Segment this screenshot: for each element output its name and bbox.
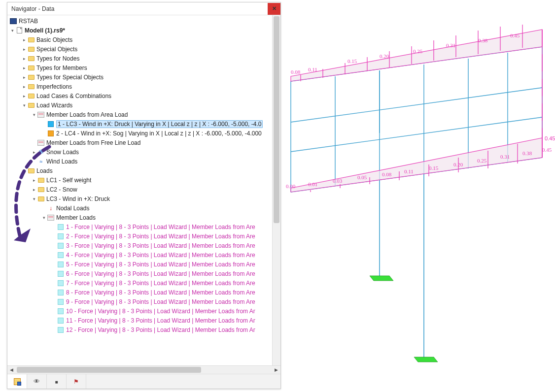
tree-member-load-item[interactable]: 9 - Force | Varying | 8 - 3 Points | Loa… xyxy=(7,297,280,306)
snow-icon: ❄ xyxy=(37,148,45,156)
folder-icon xyxy=(37,186,45,194)
model-svg: 0.08 0.11 0.15 0.20 0.25 0.31 0.38 0.45 … xyxy=(281,0,555,392)
tree-loads[interactable]: ▾ Loads xyxy=(7,166,280,175)
tree-load-wizards[interactable]: ▾ Load Wizards xyxy=(7,100,280,110)
tree-member-load-item[interactable]: 12 - Force | Varying | 8 - 3 Points | Lo… xyxy=(7,325,280,334)
load-label: 0.08 xyxy=(291,69,301,75)
color-swatch-icon xyxy=(57,279,65,287)
tree-member-load-item[interactable]: 6 - Force | Varying | 8 - 3 Points | Loa… xyxy=(7,269,280,278)
load-label: 0.00 xyxy=(286,183,296,189)
tree-app[interactable]: RSTAB xyxy=(7,16,280,26)
tree-area-item-1[interactable]: 1 - LC3 - Wind in +X: Druck | Varying in… xyxy=(7,119,280,129)
twisty-icon[interactable]: ▸ xyxy=(31,149,37,155)
load-label: 0.45 xyxy=(510,33,520,38)
eye-icon xyxy=(34,378,40,385)
color-swatch-icon xyxy=(57,289,65,296)
load-label: 0.11 xyxy=(308,66,317,72)
tree[interactable]: RSTAB ▾ Modell (1).rs9* ▸Basic Objects▸S… xyxy=(7,15,280,365)
folder-icon xyxy=(37,195,45,203)
tree-member-load-item[interactable]: 2 - Force | Varying | 8 - 3 Points | Loa… xyxy=(7,231,280,241)
tree-member-load-item[interactable]: 7 - Force | Varying | 8 - 3 Points | Loa… xyxy=(7,278,280,288)
color-swatch-icon xyxy=(57,270,65,278)
panel-titlebar: Navigator - Data ✕ xyxy=(7,2,280,15)
twisty-icon[interactable]: ▾ xyxy=(21,168,27,174)
tree-member-load-item[interactable]: 5 - Force | Varying | 8 - 3 Points | Loa… xyxy=(7,260,280,269)
twisty-icon[interactable]: ▾ xyxy=(31,112,37,118)
bottom-tab-bar xyxy=(7,374,280,389)
panel-title: Navigator - Data xyxy=(11,5,54,12)
tab-views[interactable] xyxy=(47,374,67,389)
tree-member-load-item[interactable]: 3 - Force | Varying | 8 - 3 Points | Loa… xyxy=(7,241,280,250)
tab-display[interactable] xyxy=(27,374,47,389)
folder-icon xyxy=(37,176,45,184)
twisty-icon[interactable]: ▸ xyxy=(21,37,27,43)
tree-folder[interactable]: ▸Imperfections xyxy=(7,82,280,91)
model-viewport[interactable]: 0.08 0.11 0.15 0.20 0.25 0.31 0.38 0.45 … xyxy=(281,0,555,392)
load-label: 0.38 xyxy=(478,37,488,43)
tree-member-loads[interactable]: ▾ Member Loads xyxy=(7,213,280,222)
horizontal-scrollbar[interactable]: ◀ ▶ xyxy=(7,365,280,374)
load-label: 0.03 xyxy=(333,178,343,184)
twisty-icon[interactable]: ▸ xyxy=(21,93,27,99)
tree-member-load-item[interactable]: 10 - Force | Varying | 8 - 3 Points | Lo… xyxy=(7,306,280,316)
tree-nodal[interactable]: ↓ Nodal Loads xyxy=(7,203,280,213)
navigator-panel: Navigator - Data ✕ RSTAB ▾ Modell (1).rs… xyxy=(7,2,281,389)
twisty-icon[interactable]: ▾ xyxy=(41,215,47,221)
tree-freeline[interactable]: Member Loads from Free Line Load xyxy=(7,138,280,147)
tree-member-load-item[interactable]: 11 - Force | Varying | 8 - 3 Points | Lo… xyxy=(7,316,280,325)
twisty-icon[interactable]: ▸ xyxy=(21,84,27,90)
color-swatch-icon xyxy=(57,242,65,250)
tree-folder[interactable]: ▸Types for Special Objects xyxy=(7,72,280,82)
scroll-left-button[interactable]: ◀ xyxy=(7,366,16,374)
tree-wrap: RSTAB ▾ Modell (1).rs9* ▸Basic Objects▸S… xyxy=(7,15,280,365)
color-swatch-icon xyxy=(47,120,55,128)
tree-snow[interactable]: ▸ ❄ Snow Loads xyxy=(7,147,280,157)
color-swatch-icon xyxy=(57,307,65,315)
twisty-icon[interactable]: ▾ xyxy=(9,28,15,33)
twisty-icon[interactable]: ▾ xyxy=(31,196,37,202)
tree-folder[interactable]: ▸Basic Objects xyxy=(7,35,280,44)
scrollbar-thumb[interactable] xyxy=(274,16,279,223)
tab-results[interactable] xyxy=(67,374,86,389)
tab-data[interactable] xyxy=(7,374,27,389)
tree-area-load[interactable]: ▾ Member Loads from Area Load xyxy=(7,110,280,119)
load-label: 0.31 xyxy=(500,154,510,160)
folder-icon xyxy=(27,92,35,100)
color-swatch-icon xyxy=(57,232,65,240)
tree-wind[interactable]: ≈ Wind Loads xyxy=(7,157,280,166)
twisty-icon[interactable]: ▸ xyxy=(21,46,27,52)
tree-folder[interactable]: ▸Types for Nodes xyxy=(7,54,280,63)
tree-lc2[interactable]: ▸ LC2 - Snow xyxy=(7,185,280,194)
color-swatch-icon xyxy=(57,317,65,325)
twisty-icon[interactable]: ▸ xyxy=(31,187,37,193)
svg-marker-16 xyxy=(291,30,542,81)
tree-area-item-2[interactable]: 2 - LC4 - Wind in +X: Sog | Varying in X… xyxy=(7,129,280,138)
tree-lc3[interactable]: ▾ LC3 - Wind in +X: Druck xyxy=(7,194,280,203)
twisty-icon[interactable]: ▸ xyxy=(21,74,27,80)
app-icon xyxy=(9,17,17,25)
tree-folder[interactable]: ▸Types for Members xyxy=(7,63,280,72)
scroll-right-button[interactable]: ▶ xyxy=(272,366,280,374)
twisty-icon[interactable]: ▾ xyxy=(21,102,27,108)
close-button[interactable]: ✕ xyxy=(268,3,280,15)
tree-folder[interactable]: ▸Special Objects xyxy=(7,44,280,54)
scrollbar-thumb[interactable] xyxy=(17,367,201,373)
data-icon xyxy=(14,378,21,385)
tree-lc1[interactable]: ▸ LC1 - Self weight xyxy=(7,175,280,185)
tree-folder[interactable]: ▸Load Cases & Combinations xyxy=(7,91,280,100)
tree-member-load-item[interactable]: 4 - Force | Varying | 8 - 3 Points | Loa… xyxy=(7,250,280,260)
color-swatch-icon xyxy=(57,326,65,334)
tree-model[interactable]: ▾ Modell (1).rs9* xyxy=(7,26,280,35)
tree-member-load-item[interactable]: 8 - Force | Varying | 8 - 3 Points | Loa… xyxy=(7,288,280,297)
svg-marker-15 xyxy=(414,357,438,362)
twisty-icon[interactable]: ▸ xyxy=(21,56,27,62)
twisty-icon[interactable]: ▸ xyxy=(31,177,37,183)
load-label: 0.08 xyxy=(382,171,392,177)
color-swatch-icon xyxy=(57,298,65,306)
twisty-icon[interactable]: ▸ xyxy=(21,65,27,71)
load-label: 0.01 xyxy=(308,181,317,187)
folder-icon xyxy=(27,73,35,81)
vertical-scrollbar[interactable] xyxy=(272,15,280,365)
load-label: 0.45 xyxy=(545,135,555,141)
tree-member-load-item[interactable]: 1 - Force | Varying | 8 - 3 Points | Loa… xyxy=(7,222,280,231)
